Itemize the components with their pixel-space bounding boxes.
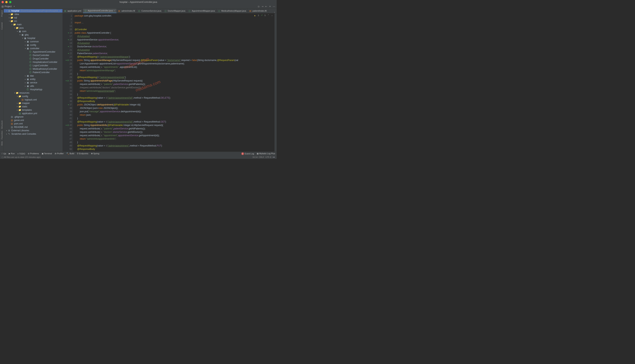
code-line[interactable]: package com.gbq.hospital.controller; (75, 14, 274, 18)
gutter-line[interactable]: 1 (63, 14, 72, 18)
code-line[interactable]: @ResponseBody (75, 148, 274, 151)
code-line[interactable]: List<Appointment> appointmentList=appoin… (75, 62, 274, 65)
gutter-line[interactable]: 25 (63, 62, 72, 65)
code-line[interactable]: DoctorService doctorService; (75, 45, 274, 48)
code-line[interactable]: @RequestMapping(⊙"/admin/appointmentMana… (75, 55, 274, 58)
code-line[interactable]: AppointmentService appointmentService; (75, 38, 274, 42)
code-line[interactable]: } (75, 72, 274, 76)
code-line[interactable] (75, 18, 274, 21)
error-stripe[interactable] (274, 13, 277, 152)
tree-node[interactable]: ▸▣config (4, 43, 62, 47)
tree-node[interactable]: ⒸDoctorController (4, 54, 62, 57)
code-line[interactable] (75, 151, 274, 152)
close-window-icon[interactable] (2, 1, 4, 3)
caret-position[interactable]: 16:14 (252, 156, 258, 158)
mybatis-log[interactable]: ▦ Mybatis Log Plus (257, 152, 275, 155)
editor-tab[interactable]: ▤application.yml (63, 9, 83, 13)
maximize-window-icon[interactable] (9, 1, 12, 3)
editor-tab[interactable]: ⒾAppointmentMapper.java (187, 9, 216, 13)
expand-all-icon[interactable]: ⇥ (262, 5, 263, 8)
code-line[interactable]: public String appointmentManage(HttpServ… (75, 58, 274, 62)
code-line[interactable]: public class AppointmentController { (75, 31, 274, 34)
code-line[interactable]: } (75, 140, 274, 144)
tree-node[interactable]: ▸📁templates (4, 108, 62, 112)
tree-node[interactable]: ▸▣service (4, 81, 62, 84)
gutter-line[interactable]: 29 (63, 76, 72, 79)
chevron-down-icon[interactable]: ⌄ (271, 14, 273, 16)
code-line[interactable]: request.setAttribute( s: "appointments" … (75, 65, 274, 69)
code-line[interactable]: request.setAttribute( s: "appointment",a… (75, 134, 274, 137)
reader-mode-icon[interactable]: 👓 (272, 156, 275, 158)
stripe-web[interactable]: Web (1, 141, 3, 146)
gutter-line[interactable]: 45 (63, 130, 72, 134)
encoding[interactable]: UTF-8 (266, 156, 271, 158)
code-line[interactable] (75, 24, 274, 28)
code-editor[interactable]: ▲3 ↗5 ⌃ ⌄ 1231415●1617●1819●2021●2223● @… (63, 13, 277, 152)
line-separator[interactable]: CRLF (259, 156, 264, 158)
gutter-line[interactable]: ● @30 (63, 79, 72, 82)
tree-node[interactable]: ▾▣hospital (4, 36, 62, 40)
gutter-line[interactable]: 26 (63, 65, 72, 69)
tree-node[interactable]: ▾📁src (4, 20, 62, 23)
tree-node[interactable]: ▾▣gbq (4, 33, 62, 36)
code-line[interactable]: public JSONObject delAppointment(@PathVa… (75, 103, 274, 106)
tree-node[interactable]: ▾▣hospital ~/Downloads/mudaimaProject/ho… (4, 9, 62, 12)
hide-icon[interactable]: — (273, 5, 275, 8)
tree-node[interactable]: ▸📁mapper (4, 102, 62, 105)
run-tool[interactable]: ▶ Run (9, 152, 15, 155)
stripe-structure[interactable]: Structure (1, 120, 3, 129)
gutter-line[interactable]: 35 (63, 96, 72, 100)
stripe-commit[interactable]: Commit (1, 22, 3, 30)
gutter-line[interactable]: 51 (63, 151, 72, 152)
git-tool[interactable]: ᚶ Git (2, 152, 6, 155)
tree-node[interactable]: ⒸPatientController (4, 71, 62, 74)
gutter-line[interactable]: 21 (63, 48, 72, 52)
editor-tab[interactable]: ⒸCommonService.java (136, 9, 163, 13)
project-tool-label[interactable]: ▤ Project ▼ (2, 5, 15, 8)
gutter-line[interactable]: 40 (63, 113, 72, 117)
tree-node[interactable]: ⒸDrugsController (4, 57, 62, 60)
gutter-line[interactable]: 41 (63, 117, 72, 120)
event-log[interactable]: 2Event Log (241, 152, 254, 155)
gutter-line[interactable]: 34 (63, 93, 72, 96)
minimize-window-icon[interactable] (5, 1, 8, 3)
tree-node[interactable]: ▸📁.idea (4, 12, 62, 16)
tree-node[interactable]: ▤README.md (4, 126, 62, 129)
gutter-line[interactable]: 48 (63, 140, 72, 144)
gutter-line[interactable]: ●37 (63, 103, 72, 106)
code-line[interactable]: @RequestMapping(value = ⊙"/admin/appoint… (75, 120, 274, 124)
code-line[interactable]: @Autowired (75, 42, 274, 45)
stripe-favorites[interactable]: Favorites (1, 131, 3, 139)
tree-node[interactable]: ▤application.yml (4, 112, 62, 115)
problems-tool[interactable]: ⊘ Problems (28, 152, 39, 155)
tree-node[interactable]: ▸▣dao (4, 74, 62, 78)
gutter-line[interactable]: 44 (63, 127, 72, 130)
gutter-line[interactable]: 47 (63, 137, 72, 140)
code-line[interactable]: @RequestMapping(value = ⊙"/admin/appoint… (75, 144, 274, 148)
tree-node[interactable]: ▾📁resources (4, 91, 62, 94)
tree-node[interactable]: ▾📁config (4, 94, 62, 98)
gutter-line[interactable]: ●22 (63, 52, 72, 55)
project-tree[interactable]: ▾▣hospital ~/Downloads/mudaimaProject/ho… (4, 9, 63, 152)
tabs-dropdown-icon[interactable]: ⌄ (272, 10, 277, 13)
code-line[interactable]: @ResponseBody (75, 100, 274, 103)
gutter-line[interactable]: ● @24 (63, 58, 72, 62)
tree-node[interactable]: ▸▣common (4, 40, 62, 43)
gutter-line[interactable]: 31 (63, 82, 72, 86)
tree-node[interactable]: ⒸLoginController (4, 64, 62, 67)
gutter-line[interactable]: ●20 (63, 45, 72, 48)
code-line[interactable]: public String AppointmentInfo(@PathVaria… (75, 124, 274, 127)
tree-node[interactable]: ⒸHospitalizationController (4, 60, 62, 64)
code-line[interactable]: request.setAttribute( s: "patients",pati… (75, 127, 274, 130)
gutter-line[interactable]: 2 (63, 18, 72, 21)
code-line[interactable]: request.setAttribute( s: "patients",pati… (75, 82, 274, 86)
editor-tab[interactable]: ▤admin/index.ftl (117, 9, 136, 13)
tree-node[interactable]: ▾▣controller (4, 47, 62, 50)
gutter-line[interactable]: 49 (63, 144, 72, 148)
code-line[interactable]: JSONObject json=new JSONObject(); (75, 106, 274, 110)
gutter-line[interactable]: 23 (63, 55, 72, 58)
endpoints-tool[interactable]: ⚲ Endpoints (77, 152, 88, 155)
tree-node[interactable]: ⒸHospitalApp (4, 88, 62, 91)
inspection-widget[interactable]: ▲3 ↗5 ⌃ ⌄ (254, 14, 273, 16)
editor-tab[interactable]: ⒾMedicalhistoryMapper.java (216, 9, 248, 13)
